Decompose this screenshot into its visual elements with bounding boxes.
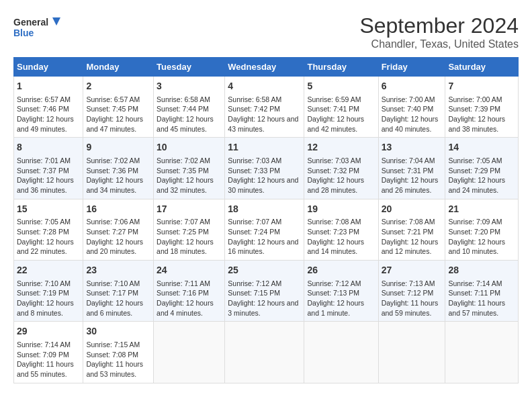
sunset-text: Sunset: 7:39 PM [448,105,500,113]
sunrise-text: Sunrise: 7:10 AM [86,279,140,287]
header-saturday: Saturday [445,58,519,77]
sunset-text: Sunset: 7:16 PM [157,289,209,297]
sunset-text: Sunset: 7:35 PM [157,167,209,175]
sunset-text: Sunset: 7:29 PM [448,167,500,175]
sunrise-text: Sunrise: 7:14 AM [17,340,71,349]
daylight-text: Daylight: 12 hours and 16 minutes. [228,238,298,256]
daylight-text: Daylight: 12 hours and 1 minute. [307,299,364,317]
logo: General Blue [13,13,60,43]
sunrise-text: Sunrise: 7:02 AM [86,156,140,165]
calendar-day-cell: 12 Sunrise: 7:03 AM Sunset: 7:32 PM Dayl… [304,138,378,199]
sunrise-text: Sunrise: 7:00 AM [382,95,435,103]
daylight-text: Daylight: 12 hours and 42 minutes. [307,115,364,133]
day-number: 22 [17,264,80,277]
calendar-day-cell [225,322,304,383]
day-number: 8 [17,141,80,154]
calendar-day-cell: 10 Sunrise: 7:02 AM Sunset: 7:35 PM Dayl… [154,138,225,199]
daylight-text: Daylight: 12 hours and 32 minutes. [157,176,214,194]
day-number: 27 [382,264,443,277]
calendar-day-cell: 17 Sunrise: 7:07 AM Sunset: 7:25 PM Dayl… [154,199,225,260]
day-number: 3 [157,80,222,93]
title-section: September 2024 Chandler, Texas, United S… [359,13,519,50]
calendar-day-cell: 14 Sunrise: 7:05 AM Sunset: 7:29 PM Dayl… [445,138,519,199]
day-number: 2 [86,80,150,93]
sunset-text: Sunset: 7:19 PM [17,289,69,297]
calendar-day-cell: 9 Sunrise: 7:02 AM Sunset: 7:36 PM Dayli… [83,138,154,199]
calendar-week-row: 8 Sunrise: 7:01 AM Sunset: 7:37 PM Dayli… [14,138,519,199]
calendar-day-cell: 5 Sunrise: 6:59 AM Sunset: 7:41 PM Dayli… [304,77,378,138]
sunset-text: Sunset: 7:28 PM [17,228,69,236]
sunset-text: Sunset: 7:24 PM [228,228,280,236]
calendar-day-cell: 11 Sunrise: 7:03 AM Sunset: 7:33 PM Dayl… [225,138,304,199]
sunrise-text: Sunrise: 7:13 AM [382,279,435,287]
day-number: 17 [157,203,222,216]
daylight-text: Daylight: 12 hours and 49 minutes. [17,115,74,133]
sunset-text: Sunset: 7:25 PM [157,228,209,236]
calendar-day-cell: 16 Sunrise: 7:06 AM Sunset: 7:27 PM Dayl… [83,199,154,260]
calendar-week-row: 29 Sunrise: 7:14 AM Sunset: 7:09 PM Dayl… [14,322,519,383]
header-monday: Monday [83,58,154,77]
day-number: 15 [17,203,80,216]
sunrise-text: Sunrise: 7:07 AM [157,218,210,226]
calendar-week-row: 22 Sunrise: 7:10 AM Sunset: 7:19 PM Dayl… [14,261,519,322]
calendar-day-cell: 18 Sunrise: 7:07 AM Sunset: 7:24 PM Dayl… [225,199,304,260]
sunset-text: Sunset: 7:41 PM [307,105,359,113]
sunset-text: Sunset: 7:27 PM [86,228,138,236]
page-title: September 2024 [359,13,519,38]
daylight-text: Daylight: 12 hours and 30 minutes. [228,176,298,194]
day-number: 20 [382,203,443,216]
daylight-text: Daylight: 12 hours and 20 minutes. [86,238,143,256]
sunset-text: Sunset: 7:15 PM [228,289,280,297]
sunset-text: Sunset: 7:17 PM [86,289,138,297]
day-number: 19 [307,203,375,216]
header-friday: Friday [378,58,445,77]
calendar-day-cell: 19 Sunrise: 7:08 AM Sunset: 7:23 PM Dayl… [304,199,378,260]
sunrise-text: Sunrise: 6:57 AM [17,95,71,103]
sunset-text: Sunset: 7:20 PM [448,228,500,236]
sunrise-text: Sunrise: 7:05 AM [17,218,71,226]
sunset-text: Sunset: 7:46 PM [17,105,69,113]
header-tuesday: Tuesday [154,58,225,77]
calendar-day-cell [445,322,519,383]
sunrise-text: Sunrise: 7:12 AM [228,279,281,287]
calendar-day-cell: 30 Sunrise: 7:15 AM Sunset: 7:08 PM Dayl… [83,322,154,383]
daylight-text: Daylight: 12 hours and 28 minutes. [307,176,364,194]
sunrise-text: Sunrise: 7:08 AM [382,218,435,226]
svg-text:General: General [13,17,48,28]
day-number: 1 [17,80,80,93]
daylight-text: Daylight: 12 hours and 40 minutes. [382,115,439,133]
sunset-text: Sunset: 7:23 PM [307,228,359,236]
logo-svg: General Blue [13,13,60,43]
calendar-day-cell: 1 Sunrise: 6:57 AM Sunset: 7:46 PM Dayli… [14,77,83,138]
sunrise-text: Sunrise: 7:04 AM [382,156,435,165]
calendar-day-cell: 4 Sunrise: 6:58 AM Sunset: 7:42 PM Dayli… [225,77,304,138]
calendar-day-cell [154,322,225,383]
sunset-text: Sunset: 7:36 PM [86,167,138,175]
calendar-day-cell: 28 Sunrise: 7:14 AM Sunset: 7:11 PM Dayl… [445,261,519,322]
calendar-week-row: 15 Sunrise: 7:05 AM Sunset: 7:28 PM Dayl… [14,199,519,260]
calendar-day-cell: 6 Sunrise: 7:00 AM Sunset: 7:40 PM Dayli… [378,77,445,138]
sunset-text: Sunset: 7:33 PM [228,167,280,175]
calendar-day-cell [304,322,378,383]
sunrise-text: Sunrise: 7:14 AM [448,279,502,287]
sunrise-text: Sunrise: 7:02 AM [157,156,210,165]
daylight-text: Daylight: 12 hours and 38 minutes. [448,115,505,133]
daylight-text: Daylight: 12 hours and 6 minutes. [86,299,143,317]
day-number: 5 [307,80,375,93]
daylight-text: Daylight: 12 hours and 26 minutes. [382,176,439,194]
daylight-text: Daylight: 12 hours and 3 minutes. [228,299,298,317]
header-sunday: Sunday [14,58,83,77]
sunrise-text: Sunrise: 7:06 AM [86,218,140,226]
calendar-day-cell: 26 Sunrise: 7:12 AM Sunset: 7:13 PM Dayl… [304,261,378,322]
sunset-text: Sunset: 7:21 PM [382,228,434,236]
sunrise-text: Sunrise: 6:59 AM [307,95,361,103]
day-number: 14 [448,141,515,154]
day-number: 25 [228,264,301,277]
sunrise-text: Sunrise: 7:05 AM [448,156,502,165]
sunset-text: Sunset: 7:31 PM [382,167,434,175]
calendar-day-cell: 3 Sunrise: 6:58 AM Sunset: 7:44 PM Dayli… [154,77,225,138]
page-subtitle: Chandler, Texas, United States [359,38,519,50]
calendar-day-cell: 24 Sunrise: 7:11 AM Sunset: 7:16 PM Dayl… [154,261,225,322]
daylight-text: Daylight: 11 hours and 55 minutes. [17,360,74,378]
calendar-day-cell: 2 Sunrise: 6:57 AM Sunset: 7:45 PM Dayli… [83,77,154,138]
